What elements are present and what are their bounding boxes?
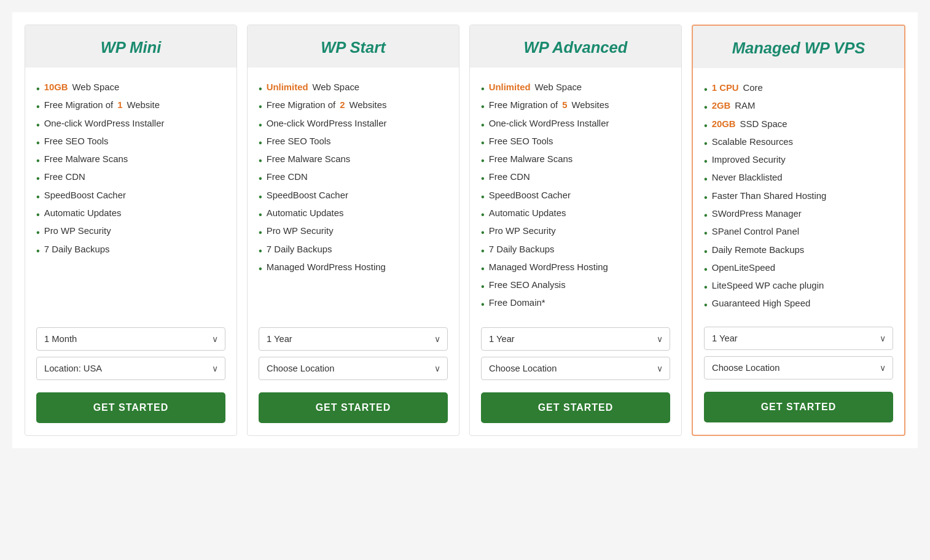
feature-highlight: 20GB [712, 119, 736, 129]
plan-title-wp-mini: WP Mini [31, 39, 230, 56]
plan-title-wp-start: WP Start [254, 39, 453, 56]
feature-item: SpeedBoost Cacher [481, 188, 670, 206]
feature-item: 7 Daily Backups [481, 242, 670, 260]
get-started-button-wp-start[interactable]: GET STARTED [259, 392, 448, 423]
feature-item: SpeedBoost Cacher [259, 188, 448, 206]
feature-item: Free CDN [36, 169, 225, 187]
get-started-button-managed-wp-vps[interactable]: GET STARTED [704, 392, 893, 422]
plan-controls-wp-mini: 1 Month3 Months6 Months1 Year2 YearsLoca… [25, 315, 236, 380]
plan-features-wp-advanced: Unlimited Web SpaceFree Migration of 5 W… [470, 80, 681, 315]
location-select-wrapper-managed-wp-vps: Choose LocationUSAUKEurope [704, 356, 893, 379]
feature-item: SPanel Control Panel [704, 224, 893, 242]
plan-controls-wp-advanced: 1 Month3 Months6 Months1 Year2 YearsChoo… [470, 315, 681, 380]
feature-item: Free SEO Tools [259, 134, 448, 152]
plan-header-wp-mini: WP Mini [25, 25, 236, 68]
feature-item: Free Malware Scans [481, 152, 670, 169]
feature-item: Managed WordPress Hosting [259, 260, 448, 278]
plan-features-managed-wp-vps: 1 CPU Core2GB RAM20GB SSD SpaceScalable … [693, 80, 904, 314]
feature-highlight: 1 CPU [712, 83, 739, 93]
period-select-wp-start[interactable]: 1 Month3 Months6 Months1 Year2 Years [259, 327, 448, 351]
feature-inline-highlight: 2 [340, 100, 345, 110]
feature-item: LiteSpeed WP cache plugin [704, 278, 893, 296]
feature-item: 7 Daily Backups [259, 242, 448, 260]
plan-features-wp-start: Unlimited Web SpaceFree Migration of 2 W… [248, 80, 459, 315]
plan-header-wp-start: WP Start [248, 25, 459, 68]
period-select-wp-mini[interactable]: 1 Month3 Months6 Months1 Year2 Years [36, 327, 225, 351]
period-select-wp-advanced[interactable]: 1 Month3 Months6 Months1 Year2 Years [481, 327, 670, 351]
feature-item: Free Domain* [481, 295, 670, 313]
feature-item: Free Migration of 2 Websites [259, 98, 448, 115]
feature-item: Automatic Updates [481, 206, 670, 224]
feature-item: Automatic Updates [259, 206, 448, 224]
feature-item: SWordPress Manager [704, 206, 893, 224]
plan-title-managed-wp-vps: Managed WP VPS [699, 39, 898, 57]
feature-highlight: 10GB [44, 82, 68, 92]
location-select-managed-wp-vps[interactable]: Choose LocationUSAUKEurope [704, 356, 893, 379]
feature-highlight: Unlimited [267, 82, 308, 92]
plan-card-wp-advanced: WP AdvancedUnlimited Web SpaceFree Migra… [469, 25, 682, 436]
plan-header-wp-advanced: WP Advanced [470, 25, 681, 68]
feature-item: Free Migration of 5 Websites [481, 98, 670, 115]
location-select-wp-advanced[interactable]: Choose LocationUSAUKEurope [481, 357, 670, 380]
feature-item: Pro WP Security [259, 224, 448, 241]
feature-item: Pro WP Security [36, 224, 225, 241]
period-select-wrapper-wp-mini: 1 Month3 Months6 Months1 Year2 Years [36, 327, 225, 351]
plan-card-wp-start: WP StartUnlimited Web SpaceFree Migratio… [247, 25, 459, 436]
period-select-wrapper-wp-advanced: 1 Month3 Months6 Months1 Year2 Years [481, 327, 670, 351]
get-started-button-wp-mini[interactable]: GET STARTED [36, 392, 225, 423]
plan-features-wp-mini: 10GB Web SpaceFree Migration of 1 Websit… [25, 80, 236, 315]
location-select-wrapper-wp-start: Choose LocationUSAUKEurope [259, 357, 448, 380]
location-select-wp-start[interactable]: Choose LocationUSAUKEurope [259, 357, 448, 380]
feature-item: Free SEO Tools [36, 134, 225, 152]
feature-inline-highlight: 5 [562, 100, 567, 110]
plans-container: WP Mini10GB Web SpaceFree Migration of 1… [12, 12, 918, 448]
feature-item: Free Migration of 1 Website [36, 98, 225, 115]
feature-item: Free CDN [259, 169, 448, 187]
plan-controls-managed-wp-vps: 1 Month3 Months6 Months1 Year2 YearsChoo… [693, 314, 904, 379]
feature-item: Free SEO Analysis [481, 278, 670, 295]
feature-item: 20GB SSD Space [704, 117, 893, 134]
feature-item: One-click WordPress Installer [481, 116, 670, 134]
feature-item: 2GB RAM [704, 98, 893, 116]
feature-highlight: 2GB [712, 101, 731, 111]
feature-item: SpeedBoost Cacher [36, 188, 225, 206]
plan-card-managed-wp-vps: Managed WP VPS1 CPU Core2GB RAM20GB SSD … [692, 25, 905, 436]
feature-item: 1 CPU Core [704, 80, 893, 98]
location-select-wp-mini[interactable]: Location: USAChoose LocationUKEurope [36, 357, 225, 380]
feature-highlight: Unlimited [489, 82, 531, 92]
feature-item: OpenLiteSpeed [704, 260, 893, 278]
plan-card-wp-mini: WP Mini10GB Web SpaceFree Migration of 1… [25, 25, 237, 436]
feature-item: Daily Remote Backups [704, 243, 893, 260]
feature-item: Free SEO Tools [481, 134, 670, 152]
feature-item: One-click WordPress Installer [36, 116, 225, 134]
plan-controls-wp-start: 1 Month3 Months6 Months1 Year2 YearsChoo… [248, 315, 459, 380]
feature-item: Unlimited Web Space [481, 80, 670, 98]
feature-item: 10GB Web Space [36, 80, 225, 98]
feature-item: One-click WordPress Installer [259, 116, 448, 134]
period-select-wrapper-wp-start: 1 Month3 Months6 Months1 Year2 Years [259, 327, 448, 351]
feature-item: Automatic Updates [36, 206, 225, 224]
feature-item: Free CDN [481, 169, 670, 187]
feature-item: Never Blacklisted [704, 170, 893, 188]
location-select-wrapper-wp-advanced: Choose LocationUSAUKEurope [481, 357, 670, 380]
feature-item: Pro WP Security [481, 224, 670, 241]
feature-item: 7 Daily Backups [36, 242, 225, 260]
feature-item: Managed WordPress Hosting [481, 260, 670, 278]
feature-inline-highlight: 1 [117, 100, 122, 110]
feature-item: Unlimited Web Space [259, 80, 448, 98]
plan-title-wp-advanced: WP Advanced [476, 39, 675, 56]
feature-item: Free Malware Scans [259, 152, 448, 169]
feature-item: Guaranteed High Speed [704, 296, 893, 314]
period-select-managed-wp-vps[interactable]: 1 Month3 Months6 Months1 Year2 Years [704, 327, 893, 350]
feature-item: Improved Security [704, 152, 893, 170]
location-select-wrapper-wp-mini: Location: USAChoose LocationUKEurope [36, 357, 225, 380]
feature-item: Faster Than Shared Hosting [704, 189, 893, 206]
feature-item: Free Malware Scans [36, 152, 225, 169]
feature-item: Scalable Resources [704, 134, 893, 152]
plan-header-managed-wp-vps: Managed WP VPS [693, 26, 904, 68]
period-select-wrapper-managed-wp-vps: 1 Month3 Months6 Months1 Year2 Years [704, 327, 893, 350]
get-started-button-wp-advanced[interactable]: GET STARTED [481, 392, 670, 423]
